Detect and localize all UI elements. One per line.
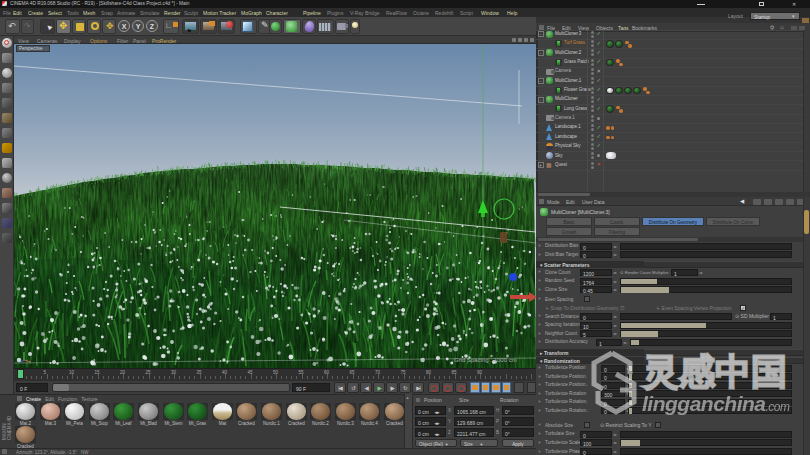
svg-text:Grid Spacing : 1000 cm: Grid Spacing : 1000 cm xyxy=(454,357,517,363)
